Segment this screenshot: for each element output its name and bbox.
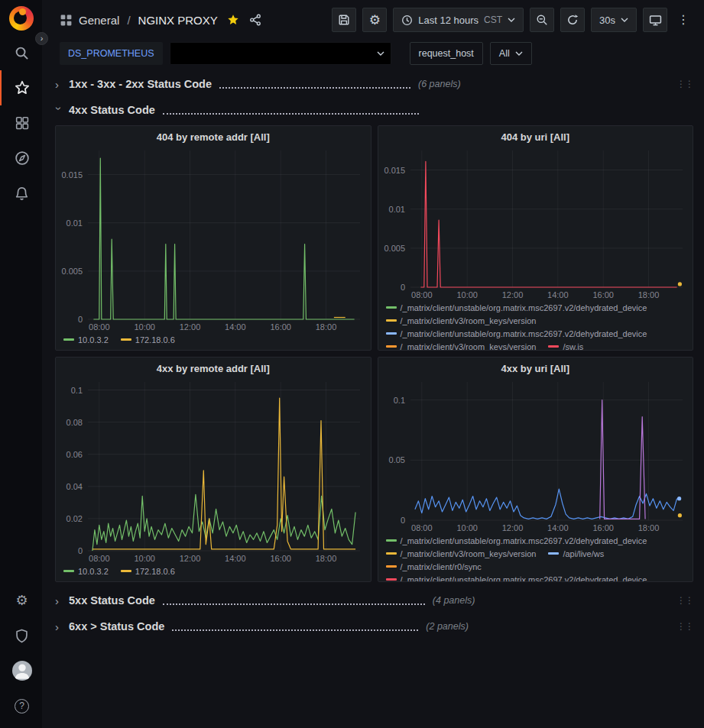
row-header-6xx[interactable]: › 6xx > Status Code (2 panels) ⋮⋮ xyxy=(55,616,693,637)
avatar xyxy=(12,661,32,681)
datasource-variable-label[interactable]: DS_PROMETHEUS xyxy=(60,42,163,65)
panel-title[interactable]: 404 by uri [All] xyxy=(378,126,693,144)
more-options-menu[interactable]: ⋮ xyxy=(673,10,693,30)
legend-item[interactable]: /api/live/ws xyxy=(548,548,604,559)
panel-title[interactable]: 4xx by uri [All] xyxy=(378,358,693,376)
svg-text:0.005: 0.005 xyxy=(61,267,83,276)
zoom-out-icon xyxy=(536,14,548,26)
drag-handle-icon[interactable]: ⋮⋮ xyxy=(676,595,693,606)
refresh-button[interactable] xyxy=(560,8,585,32)
svg-text:0.02: 0.02 xyxy=(67,514,83,523)
top-navbar: General / NGINX PROXY ⚙ xyxy=(42,0,704,40)
panel-title[interactable]: 4xx by remote addr [All] xyxy=(56,358,371,376)
panel-legend: /_matrix/client/unstable/org.matrix.msc2… xyxy=(378,301,693,350)
sidebar-item-alerting[interactable] xyxy=(0,176,42,211)
sidebar-item-explore[interactable] xyxy=(0,141,42,176)
legend-item[interactable]: 172.18.0.6 xyxy=(121,565,175,577)
panel-legend: /_matrix/client/unstable/org.matrix.msc2… xyxy=(378,534,693,581)
drag-handle-icon[interactable]: ⋮⋮ xyxy=(676,621,693,632)
dashboards-grid-icon xyxy=(15,116,29,130)
dashboard-settings-button[interactable]: ⚙ xyxy=(362,8,387,32)
svg-text:0.005: 0.005 xyxy=(384,244,405,253)
svg-text:16:00: 16:00 xyxy=(270,554,291,563)
legend-item[interactable]: /_matrix/client/unstable/org.matrix.msc2… xyxy=(386,328,647,339)
legend-item[interactable]: /_matrix/client/unstable/org.matrix.msc2… xyxy=(386,302,647,313)
sidebar-item-server-admin[interactable] xyxy=(0,618,42,653)
legend-item[interactable]: /_matrix/client/v3/room_keys/version xyxy=(386,548,537,559)
legend-item[interactable]: 10.0.3.2 xyxy=(63,334,109,345)
sidebar-item-configuration[interactable]: ⚙ xyxy=(0,583,42,618)
legend-label: 10.0.3.2 xyxy=(78,567,109,576)
row-header-5xx[interactable]: › 5xx Status Code (4 panels) ⋮⋮ xyxy=(55,590,693,611)
request-host-variable-label[interactable]: request_host xyxy=(410,42,483,65)
legend-item[interactable]: 172.18.0.6 xyxy=(121,334,175,345)
share-icon[interactable] xyxy=(245,10,265,30)
drag-handle-icon[interactable]: ⋮⋮ xyxy=(676,79,693,89)
sidebar-item-profile[interactable] xyxy=(0,653,42,688)
legend-item[interactable]: /_matrix/client/v3/room_keys/version xyxy=(386,315,537,326)
row-panel-count: (2 panels) xyxy=(426,621,469,632)
breadcrumb-section[interactable]: General xyxy=(79,14,119,27)
save-dashboard-button[interactable] xyxy=(332,8,356,32)
grafana-logo[interactable] xyxy=(9,6,34,31)
chevron-down-icon xyxy=(621,18,628,22)
legend-swatch xyxy=(121,338,131,341)
bell-icon xyxy=(15,186,29,201)
timeseries-chart[interactable]: 00.050.108:0010:0012:0014:0016:0018:00 xyxy=(378,376,693,534)
refresh-interval-dropdown[interactable]: 30s xyxy=(591,8,637,32)
svg-text:0.06: 0.06 xyxy=(67,450,83,459)
datasource-value-dropdown[interactable] xyxy=(170,42,391,65)
chevron-down-icon xyxy=(508,18,515,22)
legend-swatch xyxy=(63,570,74,572)
panel-legend: 10.0.3.2172.18.0.6 xyxy=(56,565,371,581)
svg-text:16:00: 16:00 xyxy=(592,290,614,299)
legend-item[interactable]: /_matrix/client/unstable/org.matrix.msc2… xyxy=(386,574,647,581)
chart-svg: 00.050.108:0010:0012:0014:0016:0018:00 xyxy=(378,376,693,534)
sidebar-item-starred[interactable] xyxy=(0,70,42,105)
legend-item[interactable]: /_matrix/client/r0/sync xyxy=(386,561,482,572)
panel-title[interactable]: 404 by remote addr [All] xyxy=(56,126,371,144)
row-header-1xx-3xx-2xx[interactable]: › 1xx - 3xx - 2xx Status Code (6 panels)… xyxy=(55,73,693,95)
timeseries-chart[interactable]: 00.0050.010.01508:0010:0012:0014:0016:00… xyxy=(56,144,371,333)
chart-svg: 00.020.040.060.080.108:0010:0012:0014:00… xyxy=(56,376,371,565)
svg-text:18:00: 18:00 xyxy=(316,322,337,332)
legend-item[interactable]: /_matrix/client/v3/room_keys/version xyxy=(386,341,537,350)
chevron-down-icon: › xyxy=(53,106,66,114)
timeseries-chart[interactable]: 00.0050.010.01508:0010:0012:0014:0016:00… xyxy=(378,144,693,301)
time-zone-label: CST xyxy=(484,15,502,25)
sidebar-expand-toggle[interactable]: › xyxy=(35,32,48,45)
legend-label: /_matrix/client/unstable/org.matrix.msc2… xyxy=(401,575,647,582)
svg-text:14:00: 14:00 xyxy=(547,290,569,299)
svg-text:14:00: 14:00 xyxy=(225,554,246,563)
svg-text:0.05: 0.05 xyxy=(388,455,404,464)
legend-swatch xyxy=(386,539,397,542)
toolbar-right: ⚙ Last 12 hours CST xyxy=(332,8,693,32)
row-panel-count: (4 panels) xyxy=(433,595,475,606)
favorite-star-icon[interactable] xyxy=(227,14,239,26)
sidebar-item-dashboards[interactable] xyxy=(0,105,42,141)
svg-text:0: 0 xyxy=(78,546,83,555)
svg-text:10:00: 10:00 xyxy=(134,554,155,563)
search-icon xyxy=(15,46,29,60)
legend-item[interactable]: 10.0.3.2 xyxy=(63,565,109,577)
dashboard-variables-bar: DS_PROMETHEUS request_host All xyxy=(42,40,704,67)
apps-icon xyxy=(60,14,73,27)
legend-item[interactable]: /_matrix/client/unstable/org.matrix.msc2… xyxy=(386,535,647,546)
request-host-value-dropdown[interactable]: All xyxy=(490,42,532,65)
row-title: 5xx Status Code xyxy=(69,594,155,607)
svg-text:18:00: 18:00 xyxy=(637,523,659,532)
svg-text:0.01: 0.01 xyxy=(67,218,83,228)
zoom-out-time-button[interactable] xyxy=(530,8,554,32)
svg-text:08:00: 08:00 xyxy=(411,290,433,299)
timeseries-chart[interactable]: 00.020.040.060.080.108:0010:0012:0014:00… xyxy=(56,376,371,565)
row-header-4xx[interactable]: › 4xx Status Code xyxy=(55,99,693,121)
legend-label: /_matrix/client/v3/room_keys/version xyxy=(401,316,537,325)
svg-text:14:00: 14:00 xyxy=(547,523,569,532)
svg-text:0: 0 xyxy=(78,315,83,324)
sidebar-item-help[interactable]: ? xyxy=(0,688,42,723)
svg-text:0.1: 0.1 xyxy=(71,386,83,395)
time-range-picker[interactable]: Last 12 hours CST xyxy=(393,8,524,32)
dashboard-title[interactable]: NGINX PROXY xyxy=(138,14,218,27)
legend-item[interactable]: /sw.js xyxy=(548,341,583,350)
cycle-view-button[interactable] xyxy=(643,8,667,32)
